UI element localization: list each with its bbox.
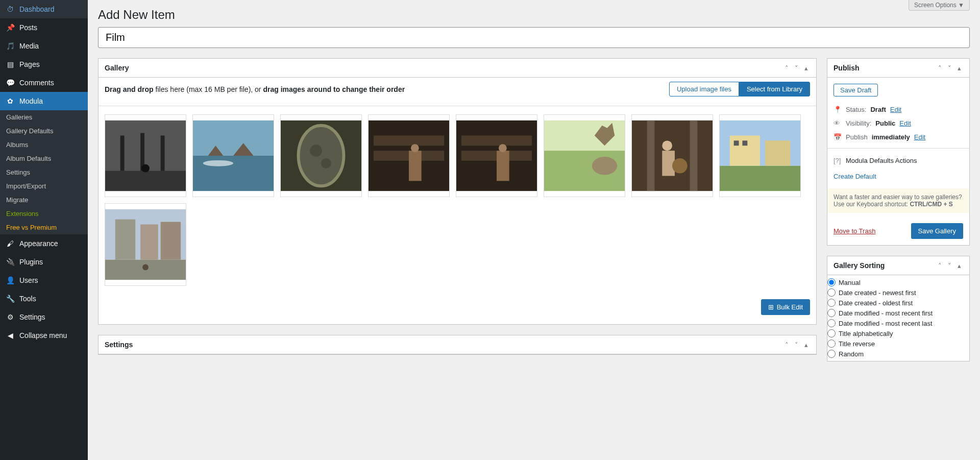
upload-files-button[interactable]: Upload image files bbox=[669, 82, 739, 96]
sub-gallery-defaults[interactable]: Gallery Defaults bbox=[0, 124, 88, 138]
svg-rect-36 bbox=[734, 140, 739, 146]
move-to-trash-link[interactable]: Move to Trash bbox=[834, 227, 875, 235]
gallery-thumb[interactable] bbox=[719, 114, 801, 197]
gallery-thumb[interactable] bbox=[280, 114, 362, 197]
sort-date-oldest[interactable]: Date created - oldest first bbox=[827, 298, 969, 308]
gallery-thumb[interactable] bbox=[544, 114, 625, 197]
plug-icon: 🔌 bbox=[5, 257, 15, 267]
sub-extensions[interactable]: Extensions bbox=[0, 207, 88, 221]
chevron-up-icon[interactable]: ˄ bbox=[936, 262, 944, 270]
svg-rect-2 bbox=[120, 136, 125, 171]
sub-free-vs-premium[interactable]: Free vs Premium bbox=[0, 221, 88, 234]
sidebar-dashboard[interactable]: ⏱Dashboard bbox=[0, 0, 88, 18]
eye-icon: 👁 bbox=[834, 119, 842, 127]
gallery-grid[interactable] bbox=[99, 106, 816, 294]
svg-rect-41 bbox=[140, 225, 158, 260]
svg-point-43 bbox=[142, 264, 149, 271]
sidebar-posts[interactable]: 📌Posts bbox=[0, 18, 88, 37]
admin-sidebar: ⏱Dashboard 📌Posts 🎵Media ▤Pages 💬Comment… bbox=[0, 0, 88, 460]
sidebar-plugins[interactable]: 🔌Plugins bbox=[0, 253, 88, 271]
svg-rect-14 bbox=[374, 136, 444, 146]
chevron-down-icon[interactable]: ˅ bbox=[793, 64, 800, 72]
sidebar-modula[interactable]: ✿Modula bbox=[0, 92, 88, 110]
save-draft-button[interactable]: Save Draft bbox=[834, 84, 878, 96]
sort-modified-last[interactable]: Date modified - most recent last bbox=[827, 318, 969, 328]
select-library-button[interactable]: Select from Library bbox=[739, 82, 810, 96]
key-icon: 📍 bbox=[834, 106, 842, 113]
gallery-thumb[interactable] bbox=[368, 114, 450, 197]
grid-icon: ⊞ bbox=[768, 303, 774, 311]
svg-point-5 bbox=[141, 164, 150, 173]
create-default-link[interactable]: Create Default bbox=[834, 168, 963, 184]
svg-rect-27 bbox=[647, 120, 655, 191]
modula-submenu: Galleries Gallery Defaults Albums Album … bbox=[0, 110, 88, 234]
triangle-up-icon[interactable]: ▴ bbox=[802, 64, 810, 72]
sort-random[interactable]: Random bbox=[827, 349, 969, 359]
sub-settings[interactable]: Settings bbox=[0, 165, 88, 179]
modula-icon: ✿ bbox=[5, 96, 15, 106]
user-icon: 👤 bbox=[5, 275, 15, 285]
modula-defaults-row: [?] Modula Defaults Actions bbox=[834, 153, 963, 168]
settings-postbox: Settings ˄ ˅ ▴ bbox=[98, 335, 817, 355]
upload-instructions: Drag and drop files here (max 16 MB per … bbox=[105, 85, 405, 93]
sorting-title: Gallery Sorting bbox=[834, 261, 885, 270]
gallery-thumb[interactable] bbox=[631, 114, 713, 197]
gallery-thumb[interactable] bbox=[456, 114, 537, 197]
sidebar-collapse[interactable]: ◀Collapse menu bbox=[0, 326, 88, 345]
triangle-up-icon[interactable]: ▴ bbox=[955, 64, 963, 72]
question-icon: [?] bbox=[834, 157, 842, 164]
sidebar-users[interactable]: 👤Users bbox=[0, 271, 88, 289]
gallery-thumb[interactable] bbox=[192, 114, 274, 197]
sub-migrate[interactable]: Migrate bbox=[0, 193, 88, 207]
svg-point-11 bbox=[310, 144, 322, 157]
pin-icon: 📌 bbox=[5, 22, 15, 33]
publish-postbox: Publish ˄ ˅ ▴ Save Draft 📍 Status: Draft bbox=[827, 58, 970, 246]
status-row: 📍 Status: Draft Edit bbox=[834, 103, 963, 116]
triangle-up-icon[interactable]: ▴ bbox=[802, 341, 810, 349]
chevron-down-icon[interactable]: ˅ bbox=[793, 341, 800, 349]
svg-rect-33 bbox=[720, 166, 800, 191]
edit-publish-link[interactable]: Edit bbox=[914, 133, 925, 141]
sort-title-alpha[interactable]: Title alphabetically bbox=[827, 328, 969, 338]
triangle-up-icon[interactable]: ▴ bbox=[955, 262, 963, 270]
sidebar-comments[interactable]: 💬Comments bbox=[0, 74, 88, 92]
svg-rect-42 bbox=[161, 222, 181, 260]
sub-galleries[interactable]: Galleries bbox=[0, 110, 88, 124]
svg-point-25 bbox=[592, 157, 617, 175]
chevron-down-icon[interactable]: ˅ bbox=[946, 64, 953, 72]
sidebar-tools[interactable]: 🔧Tools bbox=[0, 289, 88, 308]
svg-rect-7 bbox=[193, 156, 274, 191]
chevron-up-icon[interactable]: ˄ bbox=[783, 341, 791, 349]
svg-rect-37 bbox=[742, 140, 747, 146]
chevron-up-icon[interactable]: ˄ bbox=[783, 64, 791, 72]
chevron-up-icon[interactable]: ˄ bbox=[936, 64, 944, 72]
gallery-thumb[interactable] bbox=[105, 114, 186, 197]
sidebar-appearance[interactable]: 🖌Appearance bbox=[0, 234, 88, 253]
save-gallery-button[interactable]: Save Gallery bbox=[911, 223, 963, 239]
sort-modified-first[interactable]: Date modified - most recent first bbox=[827, 308, 969, 318]
sub-album-defaults[interactable]: Album Defaults bbox=[0, 152, 88, 165]
wrench-icon: 🔧 bbox=[5, 294, 15, 304]
sidebar-media[interactable]: 🎵Media bbox=[0, 37, 88, 55]
chevron-down-icon[interactable]: ˅ bbox=[946, 262, 953, 270]
item-title-input[interactable] bbox=[98, 27, 970, 48]
screen-options-toggle[interactable]: Screen Options ▼ bbox=[909, 0, 970, 11]
sort-title-reverse[interactable]: Title reverse bbox=[827, 338, 969, 349]
bulk-edit-button[interactable]: ⊞Bulk Edit bbox=[761, 299, 810, 315]
sort-date-newest[interactable]: Date created - newest first bbox=[827, 287, 969, 298]
svg-point-12 bbox=[321, 158, 331, 168]
edit-status-link[interactable]: Edit bbox=[890, 106, 901, 113]
sort-manual[interactable]: Manual bbox=[827, 277, 969, 287]
sub-import-export[interactable]: Import/Export bbox=[0, 179, 88, 193]
gallery-postbox: Gallery ˄ ˅ ▴ Drag and drop files here (… bbox=[98, 58, 817, 325]
edit-visibility-link[interactable]: Edit bbox=[899, 119, 911, 127]
svg-rect-4 bbox=[161, 136, 165, 171]
gallery-thumb[interactable] bbox=[105, 203, 186, 286]
sidebar-pages[interactable]: ▤Pages bbox=[0, 55, 88, 74]
comment-icon: 💬 bbox=[5, 78, 15, 88]
svg-point-22 bbox=[499, 144, 507, 152]
sidebar-settings[interactable]: ⚙Settings bbox=[0, 308, 88, 326]
publish-title: Publish bbox=[834, 64, 860, 72]
sub-albums[interactable]: Albums bbox=[0, 138, 88, 152]
keyboard-tip: Want a faster and easier way to save gal… bbox=[827, 188, 969, 213]
